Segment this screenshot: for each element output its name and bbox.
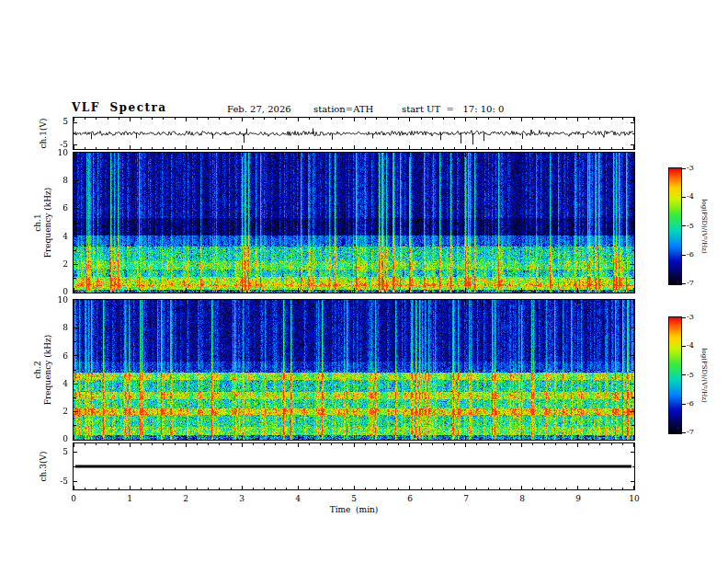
ch2-spectrogram-panel	[73, 299, 635, 441]
y-tick-label: 8	[48, 176, 68, 185]
x-tick-label: 9	[568, 494, 588, 503]
x-tick-label: 4	[288, 494, 308, 503]
y-tick-label: 2	[48, 259, 68, 269]
ch1-colorbar	[668, 167, 682, 285]
ch3-waveform-canvas	[74, 443, 634, 489]
ch2-colorbar	[668, 316, 682, 434]
time-axis-label: Time (min)	[317, 505, 391, 514]
y-tick-label: 0	[48, 434, 68, 443]
ch2-frequency-axis-label: ch.2 Frequency (kHz)	[33, 335, 53, 406]
x-tick-label: 7	[456, 494, 476, 503]
x-tick-label: 8	[512, 494, 532, 503]
y-tick-label: 2	[48, 407, 68, 416]
colorbar-tick-label: -4	[687, 192, 701, 201]
ch2-spectrogram-canvas	[74, 300, 634, 440]
ch1-colorbar-canvas	[669, 168, 681, 284]
y-tick-label: 10	[48, 295, 68, 304]
colorbar-tick-label: -3	[687, 313, 701, 321]
y-tick-label: 6	[48, 351, 68, 361]
y-tick-label: 4	[48, 232, 68, 241]
ch1-spectrogram-panel	[73, 152, 635, 293]
colorbar-tick-mark	[682, 404, 686, 405]
x-tick-label: 0	[63, 494, 84, 503]
y-tick-label: 6	[48, 203, 68, 213]
colorbar-tick-mark	[682, 432, 686, 433]
colorbar-tick-label: -6	[687, 399, 701, 408]
ch1-frequency-axis-label: ch.1 Frequency (kHz)	[33, 188, 53, 259]
colorbar-tick-label: -6	[687, 250, 701, 259]
x-tick-label: 10	[624, 494, 644, 503]
colorbar-tick-label: -7	[687, 428, 701, 436]
y-tick-label: 4	[48, 379, 68, 388]
colorbar-tick-mark	[682, 255, 686, 256]
x-tick-label: 1	[119, 494, 140, 503]
y-tick-label: 5	[48, 447, 68, 456]
ch1-frequency-axis-channel: ch.1	[33, 188, 43, 259]
ch3-voltage-axis-label: ch.3(V)	[39, 452, 49, 482]
ch1-waveform-canvas	[74, 118, 634, 149]
ch1-voltage-axis-label: ch.1(V)	[39, 119, 49, 149]
date-label: Feb. 27, 2026	[227, 104, 291, 114]
colorbar-tick-mark	[682, 317, 686, 318]
ch3-waveform-panel	[73, 442, 635, 490]
ch1-colorbar-label: log(PSD)/(V²/Hz)	[700, 199, 708, 253]
ch2-frequency-axis-text: Frequency (kHz)	[43, 335, 53, 406]
ch2-colorbar-label: log(PSD)/(V²/Hz)	[700, 348, 708, 402]
colorbar-tick-label: -4	[687, 341, 701, 350]
x-tick-label: 2	[176, 494, 196, 503]
y-tick-label: -5	[48, 477, 68, 486]
colorbar-tick-mark	[682, 283, 686, 284]
ch2-colorbar-canvas	[669, 317, 681, 433]
x-tick-label: 6	[400, 494, 420, 503]
x-tick-label: 5	[344, 494, 364, 503]
y-tick-label: 8	[48, 323, 68, 332]
y-tick-label: 10	[48, 148, 68, 157]
ch2-frequency-axis-channel: ch.2	[33, 335, 43, 406]
colorbar-tick-mark	[682, 197, 686, 198]
y-tick-label: 5	[48, 117, 68, 126]
colorbar-tick-mark	[682, 346, 686, 347]
colorbar-tick-label: -3	[687, 164, 701, 172]
colorbar-tick-label: -5	[687, 222, 701, 230]
colorbar-tick-mark	[682, 374, 686, 375]
colorbar-tick-mark	[682, 168, 686, 169]
x-tick-label: 3	[232, 494, 252, 503]
start-ut-label: start UT = 17: 10: 0	[402, 104, 504, 114]
vlf-spectra-figure: VLF Spectra Feb. 27, 2026 station=ATH st…	[0, 0, 728, 563]
ch1-waveform-panel	[73, 117, 635, 150]
colorbar-tick-mark	[682, 225, 686, 226]
ch1-spectrogram-canvas	[74, 153, 634, 293]
station-label: station=ATH	[313, 104, 373, 114]
ch1-frequency-axis-text: Frequency (kHz)	[43, 188, 53, 259]
colorbar-tick-label: -5	[687, 371, 701, 379]
colorbar-tick-label: -7	[687, 279, 701, 287]
figure-title: VLF Spectra	[72, 101, 167, 114]
